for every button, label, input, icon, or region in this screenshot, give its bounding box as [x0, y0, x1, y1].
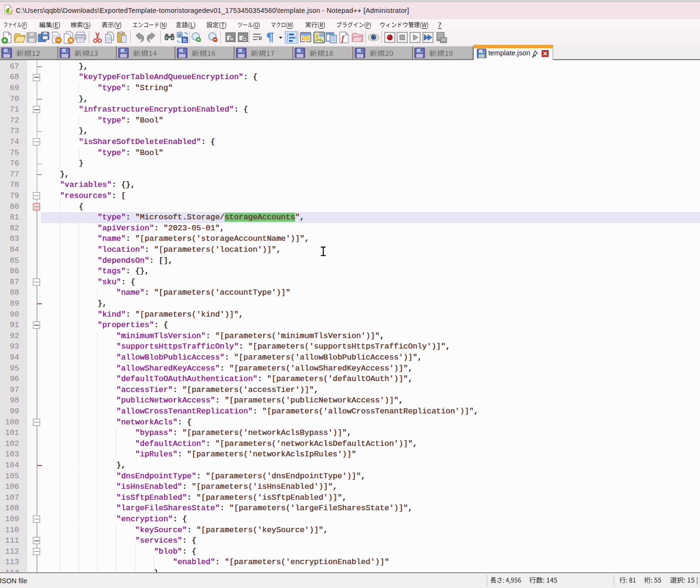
svg-text:b: b: [183, 37, 186, 42]
svg-text:a: a: [178, 31, 181, 37]
